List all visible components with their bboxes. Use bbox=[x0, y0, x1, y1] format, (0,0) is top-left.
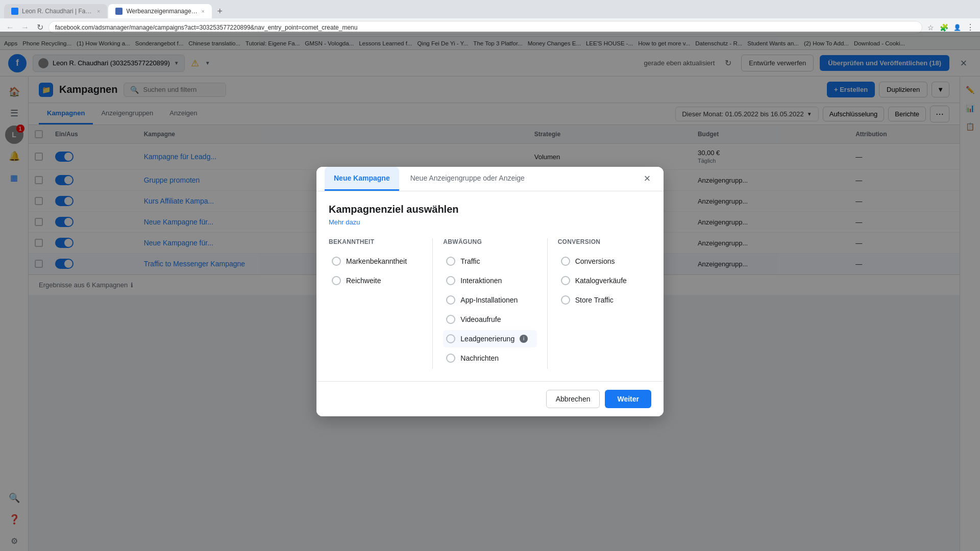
radio-btn-traffic bbox=[446, 257, 455, 266]
tab-label-fb: Leon R. Chaudhari | Facebook bbox=[22, 8, 93, 15]
radio-reichweite[interactable]: Reichweite bbox=[329, 272, 422, 289]
radio-traffic[interactable]: Traffic bbox=[443, 253, 536, 270]
radio-nachrichten[interactable]: Nachrichten bbox=[443, 349, 536, 367]
tab-neue-anzeigengruppe-label: Neue Anzeigengruppe oder Anzeige bbox=[410, 174, 525, 182]
radio-label-videoaufrufe: Videoaufrufe bbox=[460, 315, 501, 323]
radio-btn-markenbekanntheit bbox=[332, 257, 341, 266]
modal-title: Kampagnenziel auswählen bbox=[329, 204, 651, 215]
radio-btn-interaktionen bbox=[446, 276, 455, 285]
column-divider-1 bbox=[432, 238, 433, 369]
radio-app-installationen[interactable]: App-Installationen bbox=[443, 291, 536, 309]
radio-btn-reichweite bbox=[332, 276, 341, 285]
radio-markenbekanntheit[interactable]: Markenbekanntheit bbox=[329, 253, 422, 270]
radio-btn-leadgenerierung bbox=[446, 334, 455, 343]
radio-btn-conversions bbox=[561, 257, 570, 266]
column-divider-2 bbox=[547, 238, 548, 369]
radio-label-conversions: Conversions bbox=[575, 257, 615, 265]
radio-label-store-traffic: Store Traffic bbox=[575, 296, 614, 304]
modal-tabs-bar: Neue Kampagne Neue Anzeigengruppe oder A… bbox=[316, 167, 664, 191]
column-conversion-header: Conversion bbox=[558, 238, 651, 245]
radio-label-katalogverkaufe: Katalogverkäufe bbox=[575, 277, 627, 285]
modal-body: Kampagnenziel auswählen Mehr dazu Bekann… bbox=[316, 191, 664, 381]
new-tab-button[interactable]: + bbox=[213, 4, 227, 18]
browser-tab-fb[interactable]: Leon R. Chaudhari | Facebook × bbox=[4, 4, 107, 18]
modal-columns: Bekanntheit Markenbekanntheit Reichweite… bbox=[329, 238, 651, 369]
browser-tab-wm[interactable]: Werbeanzeigenmanager - We... × bbox=[108, 4, 211, 18]
tab-close-wm[interactable]: × bbox=[201, 8, 204, 14]
radio-label-app-installationen: App-Installationen bbox=[460, 296, 518, 304]
modal-subtitle-link[interactable]: Mehr dazu bbox=[329, 218, 651, 226]
modal: Neue Kampagne Neue Anzeigengruppe oder A… bbox=[316, 167, 664, 416]
radio-btn-katalogverkaufe bbox=[561, 276, 570, 285]
radio-store-traffic[interactable]: Store Traffic bbox=[558, 291, 651, 309]
leadgenerierung-info-icon[interactable]: i bbox=[520, 335, 528, 343]
radio-label-leadgenerierung: Leadgenerierung bbox=[460, 335, 514, 343]
radio-leadgenerierung[interactable]: Leadgenerierung i bbox=[443, 330, 536, 347]
radio-label-traffic: Traffic bbox=[460, 257, 480, 265]
tab-neue-kampagne-label: Neue Kampagne bbox=[334, 174, 390, 182]
radio-label-interaktionen: Interaktionen bbox=[460, 277, 502, 285]
modal-close-button[interactable]: × bbox=[639, 170, 655, 187]
weiter-button[interactable]: Weiter bbox=[605, 390, 651, 408]
radio-katalogverkaufe[interactable]: Katalogverkäufe bbox=[558, 272, 651, 289]
modal-overlay: Neue Kampagne Neue Anzeigengruppe oder A… bbox=[0, 32, 980, 551]
tab-close-fb[interactable]: × bbox=[97, 8, 100, 14]
cancel-button[interactable]: Abbrechen bbox=[546, 390, 600, 408]
modal-footer: Abbrechen Weiter bbox=[316, 381, 664, 416]
radio-label-nachrichten: Nachrichten bbox=[460, 354, 499, 362]
radio-btn-nachrichten bbox=[446, 354, 455, 363]
address-text: facebook.com/adsmanager/manage/campaigns… bbox=[55, 24, 357, 31]
radio-btn-app-installationen bbox=[446, 295, 455, 305]
column-bekanntheit: Bekanntheit Markenbekanntheit Reichweite bbox=[329, 238, 422, 369]
column-abwagung: Abwägung Traffic Interaktionen App-Insta… bbox=[443, 238, 536, 369]
radio-interaktionen[interactable]: Interaktionen bbox=[443, 272, 536, 289]
tab-label-wm: Werbeanzeigenmanager - We... bbox=[126, 8, 198, 15]
column-bekanntheit-header: Bekanntheit bbox=[329, 238, 422, 245]
radio-btn-videoaufrufe bbox=[446, 315, 455, 324]
radio-conversions[interactable]: Conversions bbox=[558, 253, 651, 270]
radio-btn-store-traffic bbox=[561, 295, 570, 305]
radio-label-markenbekanntheit: Markenbekanntheit bbox=[346, 257, 407, 265]
column-abwagung-header: Abwägung bbox=[443, 238, 536, 245]
radio-videoaufrufe[interactable]: Videoaufrufe bbox=[443, 311, 536, 328]
modal-tab-neue-kampagne[interactable]: Neue Kampagne bbox=[325, 167, 399, 191]
tab-favicon-fb bbox=[11, 8, 18, 15]
tab-favicon-wm bbox=[115, 8, 122, 15]
column-conversion: Conversion Conversions Katalogverkäufe S… bbox=[558, 238, 651, 369]
radio-label-reichweite: Reichweite bbox=[346, 277, 381, 285]
modal-tab-neue-anzeigengruppe[interactable]: Neue Anzeigengruppe oder Anzeige bbox=[401, 167, 534, 191]
